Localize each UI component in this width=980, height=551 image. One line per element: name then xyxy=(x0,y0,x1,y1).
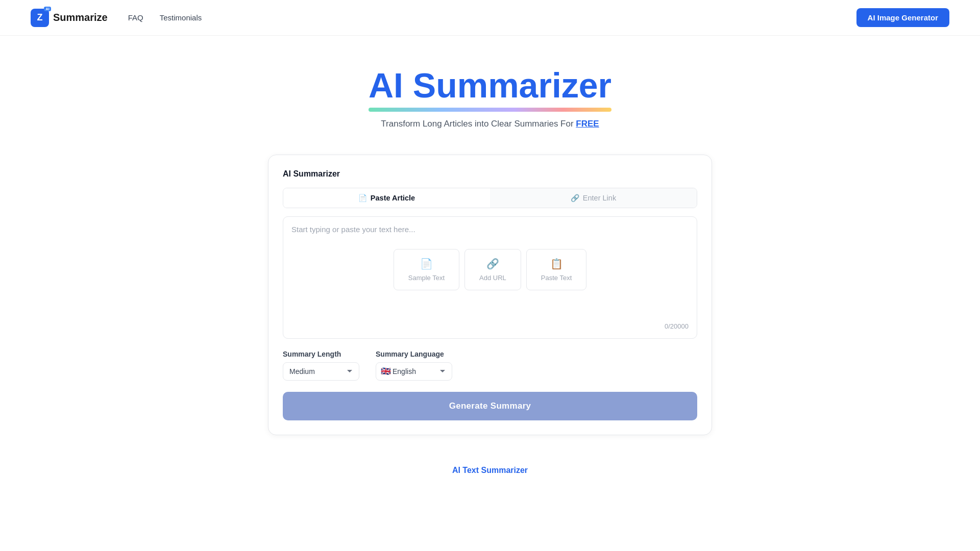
controls-row: Summary Length Medium Short Long Summary… xyxy=(283,350,697,381)
char-count: 0/20000 xyxy=(291,317,689,330)
logo-badge: AI xyxy=(44,7,51,11)
hero-section: AI Summarizer Transform Long Articles in… xyxy=(0,36,980,144)
sample-text-label: Sample Text xyxy=(408,274,445,282)
hero-underline-decoration xyxy=(369,108,611,112)
logo-text: Summarize xyxy=(53,12,108,23)
tab-paste-article[interactable]: 📄 Paste Article xyxy=(283,188,490,208)
hero-subtitle-free: FREE xyxy=(576,119,599,129)
enter-link-icon: 🔗 xyxy=(571,194,579,202)
card-title: AI Summarizer xyxy=(283,169,697,179)
summary-language-select[interactable]: English Spanish French German xyxy=(376,362,452,381)
generate-summary-button[interactable]: Generate Summary xyxy=(283,392,697,420)
language-select-wrapper: 🇬🇧 English Spanish French German xyxy=(376,362,452,381)
hero-subtitle-text: Transform Long Articles into Clear Summa… xyxy=(381,119,576,129)
nav-links: FAQ Testimonials xyxy=(128,13,856,22)
summary-language-group: Summary Language 🇬🇧 English Spanish Fren… xyxy=(376,350,452,381)
tab-enter-link[interactable]: 🔗 Enter Link xyxy=(490,188,697,208)
sample-text-card[interactable]: 📄 Sample Text xyxy=(394,249,459,290)
add-url-label: Add URL xyxy=(479,274,506,282)
tab-link-label: Enter Link xyxy=(583,194,616,202)
paste-article-icon: 📄 xyxy=(358,194,367,202)
bottom-section: AI Text Summarizer xyxy=(0,435,980,490)
nav-faq[interactable]: FAQ xyxy=(128,13,143,22)
logo-letter: Z xyxy=(37,12,43,23)
summarizer-card: AI Summarizer 📄 Paste Article 🔗 Enter Li… xyxy=(268,155,712,435)
navbar: Z AI Summarize FAQ Testimonials AI Image… xyxy=(0,0,980,36)
ai-image-generator-button[interactable]: AI Image Generator xyxy=(856,8,949,27)
paste-text-icon: 📋 xyxy=(550,258,563,270)
hero-subtitle: Transform Long Articles into Clear Summa… xyxy=(381,119,599,129)
text-input-area: Start typing or paste your text here... … xyxy=(283,216,697,339)
tab-bar: 📄 Paste Article 🔗 Enter Link xyxy=(283,188,697,208)
tab-paste-label: Paste Article xyxy=(371,194,415,202)
action-cards-row: 📄 Sample Text 🔗 Add URL 📋 Paste Text xyxy=(291,249,689,290)
add-url-icon: 🔗 xyxy=(486,258,499,270)
summary-length-group: Summary Length Medium Short Long xyxy=(283,350,359,381)
summary-length-select[interactable]: Medium Short Long xyxy=(283,362,359,381)
summary-language-label: Summary Language xyxy=(376,350,452,358)
summary-length-label: Summary Length xyxy=(283,350,359,358)
logo-icon: Z AI xyxy=(31,9,49,27)
hero-title: AI Summarizer xyxy=(369,66,611,105)
add-url-card[interactable]: 🔗 Add URL xyxy=(464,249,521,290)
logo-link[interactable]: Z AI Summarize xyxy=(31,9,108,27)
sample-text-icon: 📄 xyxy=(420,258,433,270)
nav-testimonials[interactable]: Testimonials xyxy=(160,13,202,22)
paste-text-card[interactable]: 📋 Paste Text xyxy=(526,249,586,290)
paste-text-label: Paste Text xyxy=(541,274,572,282)
textarea-placeholder: Start typing or paste your text here... xyxy=(291,225,689,234)
bottom-link[interactable]: AI Text Summarizer xyxy=(452,466,528,474)
